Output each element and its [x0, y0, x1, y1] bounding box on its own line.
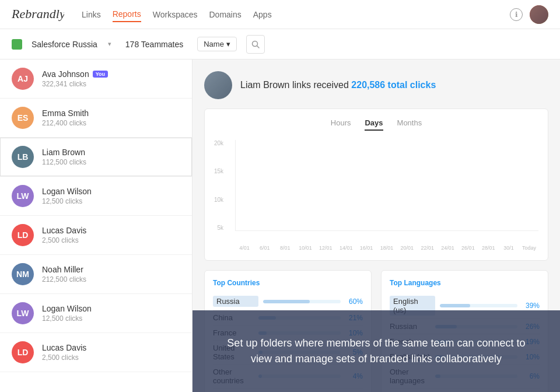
- user-item-logan-wilson2[interactable]: LWLogan Wilson12,500 clicks: [0, 294, 192, 333]
- chart-card: Hours Days Months 20k 15k 10k 5k 4/016/0…: [204, 108, 548, 261]
- workspace-badge: [12, 39, 22, 50]
- user-info-ava-johnson: Ava JohnsonYou322,341 clicks: [42, 69, 180, 88]
- workspace-chevron[interactable]: ▾: [108, 40, 111, 48]
- teammates-count: 178 Teammates: [125, 40, 183, 49]
- y-label-5k: 5k: [218, 225, 224, 231]
- top-languages-title: Top Languages: [390, 279, 540, 287]
- user-item-logan-wilson[interactable]: LWLogan Wilson12,500 clicks: [0, 177, 192, 216]
- user-name-logan-wilson: Logan Wilson: [42, 187, 180, 196]
- user-item-noah-miller[interactable]: NMNoah Miller212,500 clicks: [0, 255, 192, 294]
- user-name-lucas-davis2: Lucas Davis: [42, 343, 180, 352]
- tab-days[interactable]: Days: [365, 118, 383, 131]
- main-layout: AJAva JohnsonYou322,341 clicksESEmma Smi…: [0, 60, 560, 392]
- x-label-6: 16/01: [357, 245, 376, 251]
- stat-bar-bg-0: [263, 300, 341, 303]
- user-avatar-lucas-davis2: LD: [12, 341, 34, 363]
- x-label-11: 26/01: [459, 245, 477, 251]
- user-name-logan-wilson2: Logan Wilson: [42, 304, 180, 313]
- user-name-ava-johnson: Ava JohnsonYou: [42, 69, 180, 79]
- user-clicks-noah-miller: 212,500 clicks: [42, 275, 180, 284]
- user-info-logan-wilson: Logan Wilson12,500 clicks: [42, 187, 180, 205]
- stat-pct-0: 60%: [345, 298, 363, 306]
- avatar[interactable]: [530, 5, 548, 24]
- user-avatar-liam-brown: LB: [12, 146, 34, 168]
- avatar-image: [530, 5, 548, 24]
- svg-text:Rebrandly: Rebrandly: [12, 6, 64, 21]
- x-label-12: 28/01: [479, 245, 498, 251]
- user-clicks-liam-brown: 112,500 clicks: [42, 158, 180, 166]
- user-item-ava-johnson[interactable]: AJAva JohnsonYou322,341 clicks: [0, 60, 192, 99]
- user-name-liam-brown: Liam Brown: [42, 148, 180, 157]
- user-info-lucas-davis2: Lucas Davis2,500 clicks: [42, 343, 180, 362]
- y-axis: 20k 15k 10k 5k: [214, 140, 227, 231]
- stat-name-0: Russia: [213, 296, 258, 307]
- nav-reports[interactable]: Reports: [113, 7, 141, 22]
- x-labels: 4/016/018/0110/0112/0114/0116/0118/0120/…: [214, 245, 538, 251]
- profile-avatar: [204, 71, 232, 99]
- user-avatar-emma-smith: ES: [12, 107, 34, 129]
- user-avatar-logan-wilson: LW: [12, 185, 34, 207]
- user-item-liam-brown[interactable]: LBLiam Brown112,500 clicks: [0, 138, 192, 177]
- user-clicks-emma-smith: 212,400 clicks: [42, 119, 180, 127]
- profile-name: Liam Brown: [240, 80, 289, 90]
- x-label-5: 14/01: [337, 245, 355, 251]
- tab-months[interactable]: Months: [397, 118, 422, 131]
- user-info-noah-miller: Noah Miller212,500 clicks: [42, 265, 180, 284]
- navbar: Rebrandly Links Reports Workspaces Domai…: [0, 0, 560, 29]
- sort-dropdown[interactable]: Name ▾: [197, 37, 237, 51]
- info-icon[interactable]: ℹ: [510, 8, 523, 21]
- user-info-lucas-davis: Lucas Davis2,500 clicks: [42, 226, 180, 244]
- chart-tabs: Hours Days Months: [214, 118, 538, 131]
- y-label-10k: 10k: [214, 197, 223, 203]
- bars-container: [235, 140, 538, 231]
- nav-workspaces[interactable]: Workspaces: [153, 8, 198, 22]
- nav-apps[interactable]: Apps: [253, 8, 272, 22]
- nav-domains[interactable]: Domains: [209, 8, 242, 22]
- user-item-lucas-davis2[interactable]: LDLucas Davis2,500 clicks: [0, 333, 192, 372]
- sidebar: AJAva JohnsonYou322,341 clicksESEmma Smi…: [0, 60, 192, 392]
- tab-hours[interactable]: Hours: [331, 118, 351, 131]
- logo[interactable]: Rebrandly: [12, 5, 64, 24]
- user-name-emma-smith: Emma Smith: [42, 108, 180, 118]
- profile-middle: links received: [292, 80, 349, 90]
- user-name-lucas-davis: Lucas Davis: [42, 226, 180, 235]
- user-item-emma-smith[interactable]: ESEmma Smith212,400 clicks: [0, 99, 192, 138]
- profile-header: Liam Brown links received 220,586 total …: [204, 71, 548, 99]
- user-info-liam-brown: Liam Brown112,500 clicks: [42, 148, 180, 166]
- stat-row-0: Russia60%: [213, 293, 363, 310]
- y-label-20k: 20k: [214, 140, 223, 146]
- nav-links: Links Reports Workspaces Domains Apps: [82, 7, 510, 22]
- x-label-4: 12/01: [316, 245, 335, 251]
- you-badge: You: [93, 71, 108, 78]
- search-button[interactable]: [246, 35, 265, 54]
- x-label-13: 30/1: [499, 245, 518, 251]
- x-label-8: 20/01: [398, 245, 416, 251]
- user-info-emma-smith: Emma Smith212,400 clicks: [42, 108, 180, 127]
- x-label-1: 6/01: [256, 245, 274, 251]
- user-info-logan-wilson2: Logan Wilson12,500 clicks: [42, 304, 180, 323]
- nav-right: ℹ: [510, 5, 548, 24]
- user-clicks-lucas-davis2: 2,500 clicks: [42, 354, 180, 362]
- user-avatar-logan-wilson2: LW: [12, 302, 34, 324]
- stat-bar-fill-0: [263, 300, 310, 303]
- x-label-3: 10/01: [296, 245, 315, 251]
- y-label-15k: 15k: [214, 168, 223, 174]
- x-label-10: 24/01: [439, 245, 457, 251]
- user-item-lucas-davis[interactable]: LDLucas Davis2,500 clicks: [0, 216, 192, 255]
- profile-title: Liam Brown links received 220,586 total …: [240, 80, 436, 90]
- bar-chart: 20k 15k 10k 5k: [214, 140, 538, 245]
- user-avatar-lucas-davis: LD: [12, 224, 34, 246]
- subheader: Salesforce Russia ▾ 178 Teammates Name ▾: [0, 29, 560, 60]
- stat-pct-0: 39%: [522, 302, 540, 310]
- user-avatar-noah-miller: NM: [12, 263, 34, 285]
- overlay: Set up folders where members of the same…: [192, 310, 560, 392]
- stat-bar-bg-0: [440, 304, 517, 307]
- x-label-14: Today: [520, 245, 538, 251]
- top-countries-title: Top Countries: [213, 279, 363, 287]
- svg-line-2: [257, 46, 259, 48]
- user-avatar-ava-johnson: AJ: [12, 68, 34, 90]
- content-area: Liam Brown links received 220,586 total …: [192, 60, 560, 392]
- nav-links[interactable]: Links: [82, 8, 101, 22]
- user-name-noah-miller: Noah Miller: [42, 265, 180, 274]
- x-label-0: 4/01: [235, 245, 254, 251]
